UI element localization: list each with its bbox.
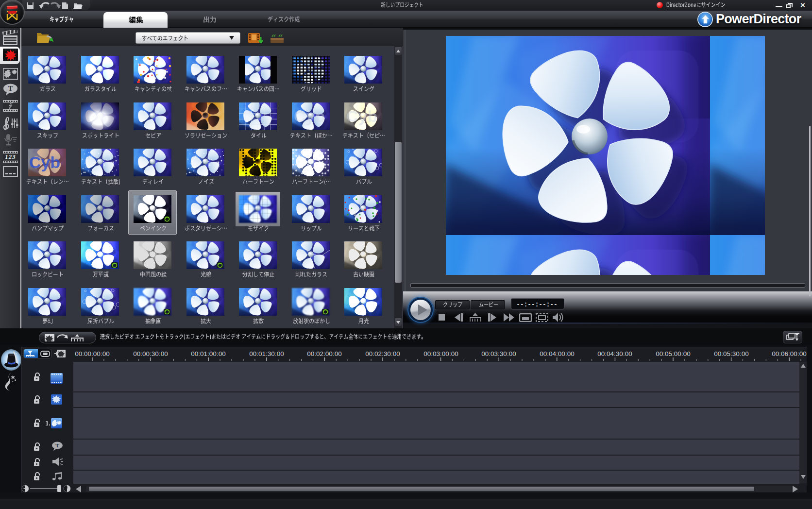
svg-text:T: T (55, 442, 59, 448)
svg-text:Cyb: Cyb (346, 107, 377, 125)
svg-text:T: T (8, 85, 13, 92)
svg-text:Cyb: Cyb (294, 107, 325, 125)
svg-text:Cyb: Cyb (29, 153, 60, 171)
